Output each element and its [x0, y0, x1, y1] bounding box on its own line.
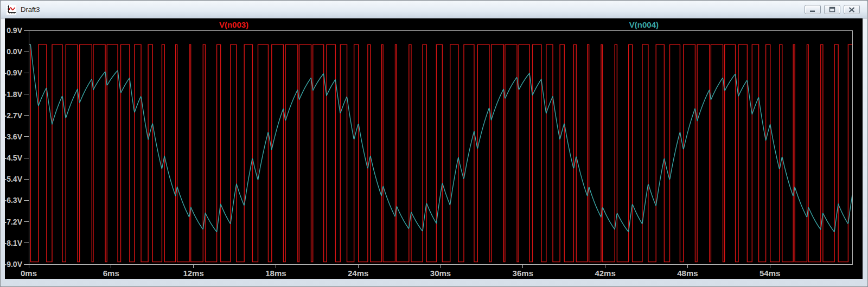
restore-icon [829, 7, 835, 12]
legend-vn003[interactable]: V(n003) [219, 20, 248, 29]
x-tick-label: 24ms [348, 269, 368, 278]
y-tick-label: -8.1V [5, 239, 23, 247]
x-tick-label: 6ms [103, 269, 119, 278]
window-controls [805, 5, 860, 14]
y-tick-label: -4.5V [5, 154, 23, 162]
x-tick-label: 12ms [183, 269, 203, 278]
y-tick-label: 0.0V [7, 47, 22, 56]
y-tick-label: 0.9V [7, 26, 22, 35]
y-tick-label: -9.0V [5, 260, 23, 269]
y-tick-label: -3.6V [5, 132, 23, 141]
close-icon [848, 7, 855, 12]
x-tick-label: 30ms [430, 269, 451, 278]
waveform-viewer-window: Draft3 0.9V0.0V-0.9V-1.8V-2.7V-3.6V-4. [0, 0, 868, 287]
close-button[interactable] [844, 5, 860, 14]
x-tick-label: 42ms [595, 269, 615, 278]
minimize-icon [809, 7, 816, 12]
plot-client[interactable]: 0.9V0.0V-0.9V-1.8V-2.7V-3.6V-4.5V-5.4V-6… [5, 18, 863, 279]
y-tick-label: -0.9V [5, 68, 23, 77]
legend-vn004[interactable]: V(n004) [629, 20, 659, 29]
x-tick-label: 36ms [513, 269, 533, 278]
y-tick-label: -5.4V [5, 175, 23, 183]
waveform-plot-icon [7, 5, 16, 15]
x-tick-label: 18ms [265, 269, 286, 278]
minimize-button[interactable] [805, 5, 821, 14]
plot-svg[interactable]: 0.9V0.0V-0.9V-1.8V-2.7V-3.6V-4.5V-5.4V-6… [5, 18, 863, 279]
title-bar[interactable]: Draft3 [1, 1, 867, 18]
y-tick-label: -7.2V [5, 218, 23, 226]
y-tick-label: -6.3V [5, 196, 23, 205]
y-tick-label: -2.7V [5, 111, 23, 120]
x-tick-label: 0ms [21, 269, 37, 278]
window-title: Draft3 [21, 1, 40, 18]
restore-button[interactable] [824, 5, 840, 14]
x-tick-label: 54ms [760, 269, 780, 278]
x-tick-label: 48ms [677, 269, 698, 278]
y-tick-label: -1.8V [5, 90, 23, 99]
